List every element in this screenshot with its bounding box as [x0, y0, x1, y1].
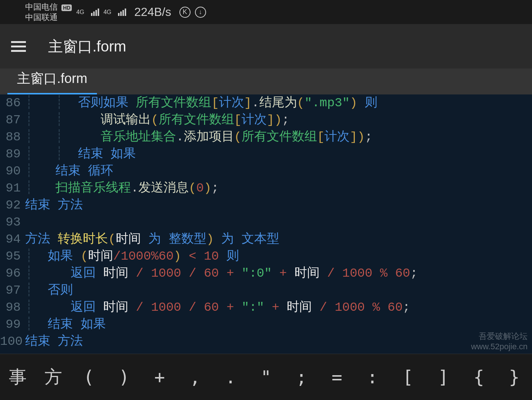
code-line: ┊ 扫描音乐线程.发送消息(0);	[25, 180, 532, 197]
sym-key-method[interactable]: 方	[36, 354, 71, 400]
menu-icon[interactable]	[11, 39, 26, 54]
sym-key-colon[interactable]: :	[355, 354, 390, 400]
k-icon: K	[179, 7, 191, 18]
code-line: ┊ ┊ 结束 如果	[25, 146, 532, 163]
code-line: ┊ ┊ 音乐地址集合.添加项目(所有文件数组[计次]);	[25, 129, 532, 146]
carriers: 中国电信 HD 中国联通	[7, 2, 72, 22]
sym-key-quote[interactable]: "	[248, 354, 284, 400]
gutter: 86 87 88 89 90 91 92 93 94 95 96 97 98 9…	[0, 94, 24, 354]
download-icon: ↓	[195, 7, 206, 18]
tab-bar: 主窗口.form	[0, 69, 532, 94]
hd-badge: HD	[61, 4, 72, 11]
app-bar: 主窗口.form	[0, 24, 532, 69]
sym-key-rparen[interactable]: )	[107, 354, 142, 400]
sym-key-equals[interactable]: =	[319, 354, 355, 400]
code-area[interactable]: ┊ ┊ 否则如果 所有文件数组[计次].结尾为(".mp3") 则 ┊ ┊ 调试…	[24, 94, 532, 354]
tab-main-form[interactable]: 主窗口.form	[7, 65, 97, 94]
code-line: 结束 方法	[25, 197, 532, 214]
code-line: ┊ 结束 循环	[25, 163, 532, 180]
sym-key-lbracket[interactable]: [	[390, 354, 425, 400]
code-line: 方法 转换时长(时间 为 整数型) 为 文本型	[25, 231, 532, 248]
sym-key-lparen[interactable]: (	[71, 354, 107, 400]
code-line: ┊ 否则	[25, 282, 532, 299]
carrier-2: 中国联通	[25, 13, 72, 22]
sym-key-plus[interactable]: +	[142, 354, 177, 400]
code-line: ┊ ┊ 否则如果 所有文件数组[计次].结尾为(".mp3") 则	[25, 94, 532, 111]
sym-key-rbracket[interactable]: ]	[425, 354, 461, 400]
sym-key-rbrace[interactable]: }	[496, 354, 532, 400]
signal-icon	[91, 9, 99, 16]
sym-key-comma[interactable]: ,	[177, 354, 213, 400]
speed-label: 224B/s	[134, 5, 171, 19]
sym-key-dot[interactable]: .	[213, 354, 248, 400]
code-line: ┊ 返回 时间 / 1000 / 60 + ":" + 时间 / 1000 % …	[25, 299, 532, 316]
status-bar: 中国电信 HD 中国联通 4G 4G 224B/s K ↓	[0, 0, 532, 24]
code-line	[25, 214, 532, 231]
sym-key-event[interactable]: 事	[0, 354, 36, 400]
code-editor[interactable]: 86 87 88 89 90 91 92 93 94 95 96 97 98 9…	[0, 94, 532, 354]
carrier-1: 中国电信	[25, 2, 58, 11]
code-line: ┊ 结束 如果	[25, 316, 532, 333]
sym-key-semicolon[interactable]: ;	[284, 354, 319, 400]
symbol-toolbar: 事 方 ( ) + , . " ; = : [ ] { }	[0, 354, 532, 400]
app-title: 主窗口.form	[48, 36, 126, 57]
code-line: ┊ ┊ 调试输出(所有文件数组[计次]);	[25, 111, 532, 129]
signal-icon-2	[118, 9, 126, 16]
code-line: ┊ 如果 (时间/1000%60) < 10 则	[25, 248, 532, 265]
code-line: 结束 方法	[25, 333, 532, 350]
code-line: ┊ 返回 时间 / 1000 / 60 + ":0" + 时间 / 1000 %…	[25, 265, 532, 282]
4g-label-2: 4G	[104, 9, 111, 16]
4g-label-1: 4G	[76, 9, 84, 16]
sym-key-lbrace[interactable]: {	[461, 354, 496, 400]
